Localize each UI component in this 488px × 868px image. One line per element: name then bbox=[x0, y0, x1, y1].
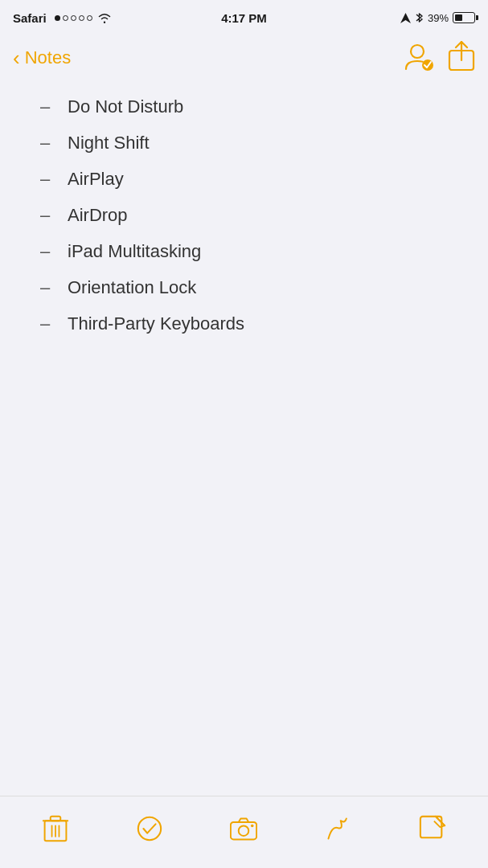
svg-point-15 bbox=[251, 824, 254, 827]
status-bar: Safari 4:17 PM 39% bbox=[0, 0, 488, 35]
list-item-text: AirDrop bbox=[68, 202, 128, 228]
list-item: – Orientation Lock bbox=[40, 269, 464, 305]
check-button[interactable] bbox=[129, 809, 170, 849]
note-content: – Do Not Disturb – Night Shift – AirPlay… bbox=[0, 80, 488, 342]
share-button[interactable] bbox=[448, 41, 475, 75]
battery-percent: 39% bbox=[428, 12, 449, 24]
person-check-button[interactable] bbox=[401, 40, 437, 76]
compose-icon bbox=[419, 815, 446, 842]
compose-button[interactable] bbox=[412, 809, 453, 849]
carrier-name: Safari bbox=[13, 11, 47, 25]
list-item: – Third-Party Keyboards bbox=[40, 305, 464, 342]
dot-2 bbox=[63, 15, 68, 21]
carrier-info: Safari bbox=[13, 11, 112, 25]
status-right: 39% bbox=[400, 11, 475, 24]
back-chevron-icon: ‹ bbox=[13, 47, 20, 68]
dot-4 bbox=[79, 15, 84, 21]
draw-button[interactable] bbox=[318, 809, 359, 849]
list-item-text: Do Not Disturb bbox=[68, 93, 183, 120]
list-dash: – bbox=[40, 310, 51, 337]
nav-actions bbox=[401, 40, 475, 76]
back-label: Notes bbox=[25, 47, 71, 68]
dot-5 bbox=[87, 15, 92, 21]
share-icon bbox=[448, 41, 475, 72]
list-dash: – bbox=[40, 166, 51, 192]
svg-point-12 bbox=[138, 817, 161, 839]
list-item-text: iPad Multitasking bbox=[68, 238, 201, 264]
list-item-text: Orientation Lock bbox=[68, 274, 196, 301]
svg-marker-0 bbox=[400, 13, 411, 23]
list-item: – Do Not Disturb bbox=[40, 88, 464, 125]
list-dash: – bbox=[40, 274, 51, 301]
trash-icon bbox=[42, 815, 69, 842]
list-dash: – bbox=[40, 129, 51, 156]
camera-button[interactable] bbox=[223, 809, 264, 849]
list-item: – AirDrop bbox=[40, 197, 464, 233]
dot-3 bbox=[71, 15, 76, 21]
list-item-text: Third-Party Keyboards bbox=[68, 310, 244, 337]
nav-bar: ‹ Notes bbox=[0, 35, 488, 80]
status-time: 4:17 PM bbox=[221, 11, 267, 25]
battery-fill bbox=[455, 14, 462, 21]
list-item: – AirPlay bbox=[40, 161, 464, 197]
camera-icon bbox=[230, 815, 257, 842]
wifi-icon bbox=[97, 12, 112, 23]
list-item: – iPad Multitasking bbox=[40, 233, 464, 269]
dot-1 bbox=[55, 15, 60, 21]
list-item-text: AirPlay bbox=[68, 166, 124, 192]
location-icon bbox=[400, 13, 411, 23]
svg-point-1 bbox=[411, 45, 424, 58]
list-item: – Night Shift bbox=[40, 125, 464, 161]
svg-point-14 bbox=[239, 825, 249, 836]
list-item-text: Night Shift bbox=[68, 129, 150, 156]
back-button[interactable]: ‹ Notes bbox=[13, 47, 71, 68]
signal-dots bbox=[55, 15, 92, 21]
list-dash: – bbox=[40, 238, 51, 264]
battery-icon bbox=[453, 12, 475, 23]
bluetooth-icon bbox=[415, 11, 424, 24]
list-dash: – bbox=[40, 93, 51, 120]
delete-button[interactable] bbox=[35, 809, 76, 849]
draw-icon bbox=[325, 815, 352, 842]
check-circle-icon bbox=[136, 815, 163, 842]
bottom-toolbar bbox=[0, 796, 488, 868]
person-check-icon bbox=[401, 40, 437, 76]
list-dash: – bbox=[40, 202, 51, 228]
svg-rect-8 bbox=[50, 816, 60, 820]
